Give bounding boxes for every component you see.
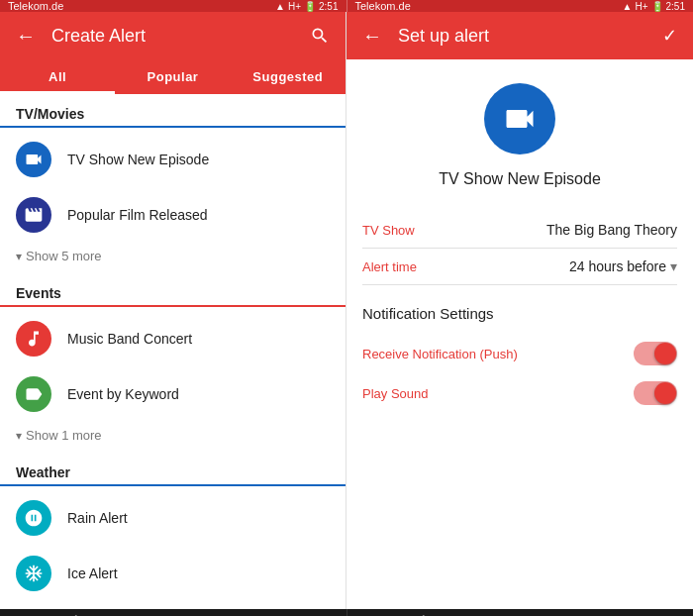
status-bar-left: Telekom.de ▲ H+ 🔋 2:51 [0,0,347,12]
nav-half-left: ◁ ○ □ [0,609,346,616]
status-bars: Telekom.de ▲ H+ 🔋 2:51 Telekom.de ▲ H+ 🔋… [0,0,693,12]
alert-time-value: 24 hours before ▾ [569,258,677,274]
list-item[interactable]: Rain Alert [0,490,346,546]
tab-all[interactable]: All [0,59,115,94]
alert-time-label: Alert time [362,259,417,274]
back-nav-icon-right[interactable]: ◁ [409,609,424,616]
left-panel-title: Create Alert [51,26,146,47]
section-weather: Weather [0,453,346,486]
battery-icon-right: 🔋 [651,1,663,12]
left-panel: ← Create Alert All Popular Suggested TV/… [0,12,346,609]
search-icon[interactable] [310,26,330,46]
alert-icon-container [362,83,677,154]
recent-nav-icon-right[interactable]: □ [620,610,632,617]
wifi-icon-left: ▲ [275,1,285,12]
chevron-down-icon: ▾ [16,250,22,263]
chevron-down-icon: ▾ [16,429,22,443]
right-header: ← Set up alert ✓ [346,12,693,59]
right-header-left: ← Set up alert [362,25,489,48]
left-header-left: ← Create Alert [16,25,146,48]
time-right: 2:51 [666,1,685,12]
list-item[interactable]: TV Show New Episode [0,132,346,187]
recent-nav-icon-left[interactable]: □ [272,610,284,617]
battery-icon-left: 🔋 [304,1,316,12]
status-bar-right: Telekom.de ▲ H+ 🔋 2:51 [347,0,694,12]
left-scroll: TV/Movies TV Show New Episode Popular Fi… [0,94,346,609]
status-icons-left: ▲ H+ 🔋 2:51 [275,1,338,12]
field-alert-time[interactable]: Alert time 24 hours before ▾ [362,249,677,285]
back-button-right[interactable]: ← [362,25,382,48]
rain-icon [16,500,51,536]
section-tv-movies: TV/Movies [0,94,346,128]
receive-notification-label: Receive Notification (Push) [362,347,518,361]
carrier-right: Telekom.de [355,0,411,12]
list-item[interactable]: Event by Keyword [0,366,346,422]
receive-notification-toggle[interactable] [634,342,677,365]
film-icon [16,197,51,233]
list-item[interactable]: Popular Film Released [0,187,346,243]
list-item[interactable]: Music Band Concert [0,311,346,366]
notification-section-title: Notification Settings [362,305,677,322]
alert-circle-icon [484,83,555,154]
keyword-icon [16,376,51,412]
list-item[interactable]: Ice Alert [0,546,346,601]
right-panel: ← Set up alert ✓ TV Show New Episode TV … [346,12,693,609]
ice-icon [16,556,51,591]
home-nav-icon-right[interactable]: ○ [516,610,528,617]
music-label: Music Band Concert [67,331,192,347]
tabs: All Popular Suggested [0,59,346,94]
left-header: ← Create Alert [0,12,346,59]
main-content: ← Create Alert All Popular Suggested TV/… [0,12,693,609]
wifi-icon-right: ▲ [623,1,633,12]
alert-title: TV Show New Episode [362,170,677,188]
play-sound-toggle[interactable] [634,381,677,405]
tab-suggested[interactable]: Suggested [231,59,346,94]
film-label: Popular Film Released [67,207,208,223]
toggle-receive-notification: Receive Notification (Push) [362,334,677,373]
rain-label: Rain Alert [67,510,128,526]
ice-label: Ice Alert [67,565,118,581]
home-nav-icon-left[interactable]: ○ [168,610,180,617]
keyword-label: Event by Keyword [67,386,179,402]
show-more-tv-label: Show 5 more [26,249,102,263]
carrier-left: Telekom.de [8,0,63,12]
show-more-events[interactable]: ▾ Show 1 more [0,422,346,453]
tv-show-label: TV Show [362,223,415,238]
right-scroll: TV Show New Episode TV Show The Big Bang… [346,59,693,609]
signal-h-left: H+ [288,1,301,12]
tab-popular[interactable]: Popular [115,59,230,94]
field-tv-show: TV Show The Big Bang Theory [362,212,677,249]
nav-half-right: ◁ ○ □ [347,609,694,616]
tv-episode-label: TV Show New Episode [67,152,209,167]
bottom-nav: ◁ ○ □ ◁ ○ □ [0,609,693,616]
section-events: Events [0,273,346,307]
show-more-tv[interactable]: ▾ Show 5 more [0,243,346,273]
right-panel-title: Set up alert [398,26,489,47]
check-icon[interactable]: ✓ [662,25,677,47]
show-more-events-label: Show 1 more [26,428,102,443]
tv-show-value: The Big Bang Theory [546,222,677,238]
status-icons-right: ▲ H+ 🔋 2:51 [623,1,685,12]
signal-h-right: H+ [635,1,647,12]
back-button-left[interactable]: ← [16,25,36,48]
toggle-thumb-2 [654,382,676,404]
music-icon [16,321,51,357]
dropdown-arrow-icon: ▾ [670,258,677,274]
toggle-play-sound: Play Sound [362,373,677,413]
play-sound-label: Play Sound [362,386,429,401]
toggle-thumb [654,343,676,364]
time-left: 2:51 [319,1,338,12]
tv-episode-icon [16,142,51,177]
back-nav-icon-left[interactable]: ◁ [61,609,76,616]
